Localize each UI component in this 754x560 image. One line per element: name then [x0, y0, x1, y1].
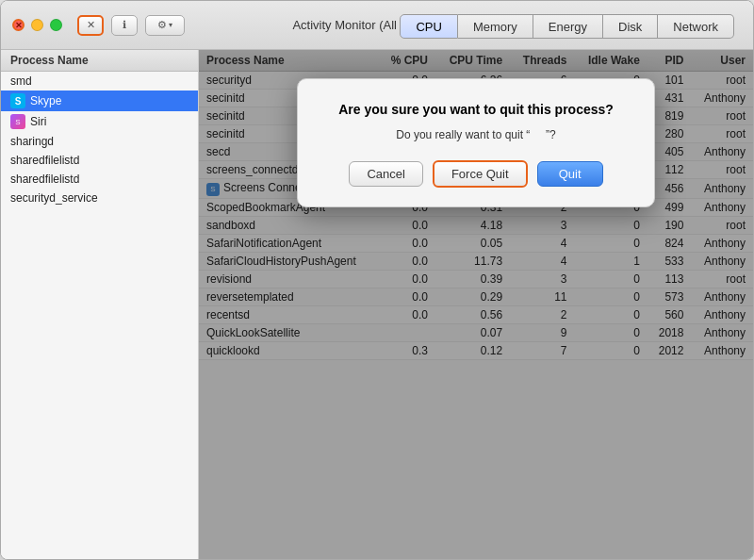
content-area: Process Name smd S Skype S Siri sharingd…	[1, 50, 753, 559]
list-item[interactable]: securityd_service	[1, 189, 198, 207]
process-name-label: sharingd	[10, 135, 54, 148]
tab-memory[interactable]: Memory	[458, 14, 533, 39]
modal-buttons: Cancel Force Quit Quit	[324, 160, 628, 188]
tab-energy[interactable]: Energy	[533, 14, 603, 39]
stop-process-button[interactable]: ✕	[77, 15, 104, 36]
titlebar: ✕ ✕ ℹ ⚙ ▾ Activity Monitor (All Processe…	[1, 1, 753, 50]
siri-icon: S	[10, 114, 25, 129]
modal-body: Do you really want to quit “ ”?	[324, 128, 628, 141]
process-name-label: sharedfilelistd	[10, 154, 79, 167]
process-list-panel: Process Name smd S Skype S Siri sharingd…	[1, 50, 199, 559]
info-button[interactable]: ℹ	[111, 15, 138, 36]
main-area: Process Name % CPU CPU Time Threads Idle…	[199, 50, 753, 559]
gear-icon: ⚙	[157, 19, 167, 31]
close-button[interactable]: ✕	[12, 19, 25, 31]
tab-cpu[interactable]: CPU	[400, 14, 457, 39]
tab-network[interactable]: Network	[658, 14, 734, 39]
process-name-label: smd	[10, 74, 32, 88]
quit-button[interactable]: Quit	[537, 161, 603, 187]
list-item[interactable]: S Skype	[1, 91, 198, 111]
process-name-label: Skype	[30, 94, 61, 107]
cancel-button[interactable]: Cancel	[349, 161, 422, 187]
activity-monitor-window: ✕ ✕ ℹ ⚙ ▾ Activity Monitor (All Processe…	[0, 0, 754, 560]
list-item[interactable]: sharingd	[1, 132, 198, 151]
minimize-button[interactable]	[31, 19, 43, 31]
stop-icon: ✕	[87, 19, 95, 31]
modal-overlay: Are you sure you want to quit this proce…	[199, 50, 753, 559]
process-name-header: Process Name	[1, 50, 198, 72]
process-name-label: securityd_service	[10, 191, 98, 205]
quit-dialog: Are you sure you want to quit this proce…	[297, 78, 655, 207]
process-name-label: sharedfilelistd	[10, 173, 79, 186]
skype-icon: S	[10, 93, 25, 108]
tab-disk[interactable]: Disk	[603, 14, 658, 39]
list-item[interactable]: sharedfilelistd	[1, 151, 198, 170]
chevron-down-icon: ▾	[169, 21, 172, 29]
info-icon: ℹ	[123, 19, 126, 31]
list-item[interactable]: sharedfilelistd	[1, 170, 198, 189]
list-item[interactable]: smd	[1, 72, 198, 91]
maximize-button[interactable]	[50, 19, 62, 31]
process-name-label: Siri	[30, 115, 46, 128]
process-name-in-dialog	[533, 128, 543, 141]
modal-title: Are you sure you want to quit this proce…	[324, 102, 628, 117]
gear-button[interactable]: ⚙ ▾	[145, 15, 185, 36]
traffic-lights: ✕	[12, 19, 62, 31]
list-item[interactable]: S Siri	[1, 111, 198, 132]
toolbar-controls: ✕ ℹ ⚙ ▾	[77, 15, 185, 36]
tabs-bar: CPU Memory Energy Disk Network	[400, 14, 734, 39]
force-quit-button[interactable]: Force Quit	[433, 160, 528, 188]
